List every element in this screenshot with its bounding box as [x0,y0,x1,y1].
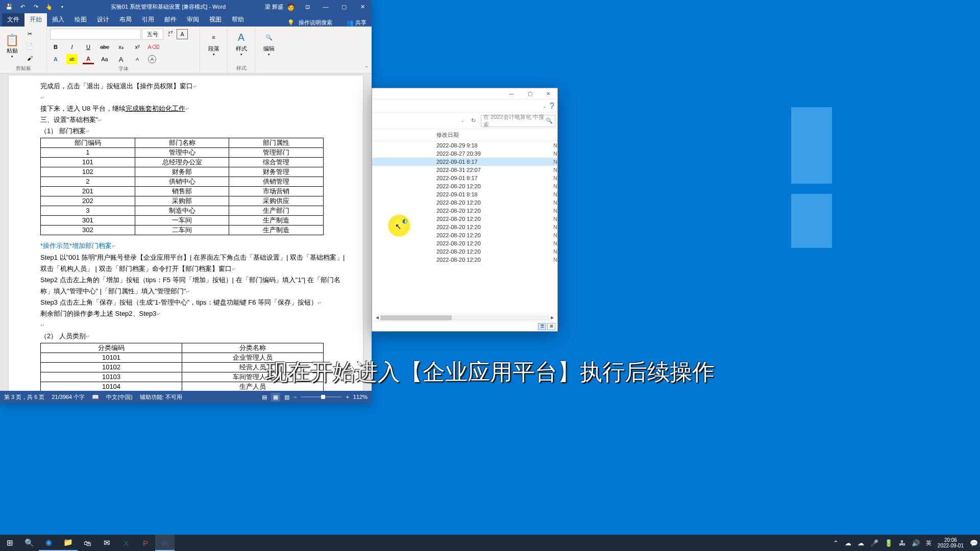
taskbar-mail[interactable]: ✉ [97,535,116,551]
font-name-input[interactable] [50,29,141,40]
zoom-slider[interactable] [301,396,341,397]
subscript-icon[interactable]: x₂ [115,42,127,52]
undo-icon[interactable]: ↶ [16,1,29,12]
change-case-icon[interactable]: Aa [99,54,110,64]
file-row[interactable]: 2022-08-20 12:20N [372,182,557,190]
ribbon-display-icon[interactable]: ⊡ [298,0,316,13]
tab-mailings[interactable]: 邮件 [159,13,182,27]
status-lang[interactable]: 中文(中国) [106,393,132,401]
tray-volume-icon[interactable]: 🔊 [912,539,920,547]
superscript-icon[interactable]: x² [132,42,143,52]
horizontal-scrollbar[interactable]: ◀ ▶ [374,314,555,321]
file-row[interactable]: 2022-08-31 22:07N [372,166,557,174]
tab-insert[interactable]: 插入 [47,13,69,27]
status-a11y[interactable]: 辅助功能: 不可用 [140,393,182,401]
tab-home[interactable]: 开始 [24,13,47,27]
grow-font-icon[interactable]: A [115,54,127,64]
taskbar-word[interactable]: W [155,535,175,551]
tray-expand-icon[interactable]: ⌃ [833,539,839,547]
view-print-icon[interactable]: ▦ [271,393,280,402]
file-row[interactable]: 2022-09-01 8:17N [372,174,557,182]
italic-icon[interactable]: I [66,42,78,52]
taskbar-excel[interactable]: X [116,535,136,551]
file-row[interactable]: 2022-08-29 9:18N [372,141,557,149]
styles-button[interactable]: A 样式 ▾ [231,29,252,58]
tray-battery-icon[interactable]: 🔋 [885,539,893,547]
file-row[interactable]: 2022-08-20 12:20N [372,239,557,247]
taskbar-powerpoint[interactable]: P [136,535,155,551]
file-row[interactable]: 2022-08-20 12:20N [372,256,557,264]
help-icon[interactable]: ? [550,102,554,111]
status-spell-icon[interactable]: 📖 [92,394,99,400]
tab-references[interactable]: 引用 [137,13,159,27]
minimize-icon[interactable]: — [502,88,521,99]
document-area[interactable]: 完成后，点击「退出」按钮退出【操作员权限】窗口 接下来，进入 U8 平台，继续完… [0,73,372,391]
tray-network-icon[interactable]: 🖧 [899,539,905,547]
maximize-icon[interactable]: ▢ [335,0,353,13]
collapse-ribbon-icon[interactable]: ⌃ [364,65,369,71]
start-button[interactable]: ⊞ [0,535,19,551]
tab-draw[interactable]: 绘图 [69,13,92,27]
paste-button[interactable]: 📋 粘贴 ▾ [3,33,21,60]
file-row[interactable]: 2022-09-01 8:18N [372,190,557,198]
zoom-percent[interactable]: 112% [353,394,368,400]
file-row[interactable]: 2022-08-27 20:39N [372,149,557,158]
file-row[interactable]: 2022-08-20 12:20N [372,247,557,256]
status-page[interactable]: 第 3 页，共 6 页 [4,393,44,401]
view-details-icon[interactable]: ☰ [538,323,546,330]
paragraph-button[interactable]: ≡ 段落 ▾ [203,29,224,58]
tab-review[interactable]: 审阅 [182,13,204,27]
tell-me-search[interactable]: 操作说明搜索 [299,19,332,27]
tab-help[interactable]: 帮助 [227,13,249,27]
enclose-char-icon[interactable]: A [148,55,156,63]
taskbar-store[interactable]: 🛍 [78,535,97,551]
copy-icon[interactable]: 📄 [24,41,35,51]
font-size-input[interactable] [142,29,163,40]
shrink-font-icon[interactable]: A [132,54,143,64]
tray-mic-icon[interactable]: 🎤 [870,539,878,547]
view-web-icon[interactable]: ▨ [284,394,289,400]
tray-clock[interactable]: 20:06 2022-09-01 [938,537,964,548]
editing-button[interactable]: 🔍 编辑 ▾ [258,29,280,58]
qat-more-icon[interactable]: ▾ [56,1,68,12]
taskbar-edge[interactable]: ◉ [39,535,58,551]
share-button[interactable]: 👥 共享 [347,19,366,27]
tray-notify-icon[interactable]: 💬 [970,539,978,547]
zoom-out-icon[interactable]: − [293,394,297,400]
zoom-in-icon[interactable]: + [346,394,349,400]
file-row[interactable]: 2022-08-20 12:20N [372,207,557,215]
tab-layout[interactable]: 布局 [114,13,137,27]
char-border-icon[interactable]: A [177,29,188,39]
close-icon[interactable]: ✕ [539,88,557,99]
file-row[interactable]: 2022-09-01 8:17N [372,158,557,166]
bold-icon[interactable]: B [50,42,61,52]
touch-icon[interactable]: 👆 [43,1,55,12]
ribbon-expand-icon[interactable]: ⌄ [543,104,547,109]
search-button[interactable]: 🔍 [19,535,39,551]
address-dropdown-icon[interactable]: ⌄ [459,116,466,126]
explorer-column-header[interactable]: 修改日期 [372,129,557,141]
taskbar-explorer[interactable]: 📁 [58,535,78,551]
status-words[interactable]: 21/3964 个字 [52,393,85,401]
redo-icon[interactable]: ↷ [30,1,42,12]
view-large-icon[interactable]: ⊞ [547,323,555,330]
font-color-icon[interactable]: A [83,54,94,64]
save-icon[interactable]: 💾 [3,1,15,12]
view-read-icon[interactable]: ▤ [262,394,267,400]
file-row[interactable]: 2022-08-20 12:20N [372,198,557,207]
tab-design[interactable]: 设计 [92,13,114,27]
tab-view[interactable]: 视图 [204,13,227,27]
strikethrough-icon[interactable]: abc [99,42,110,52]
cut-icon[interactable]: ✂ [24,29,35,39]
clear-format-icon[interactable]: A⌫ [148,42,159,52]
close-icon[interactable]: ✕ [353,0,372,13]
format-painter-icon[interactable]: 🖌 [24,53,35,63]
highlight-icon[interactable]: ab [66,54,78,64]
tray-weather-icon[interactable]: ☁ [857,539,864,547]
refresh-icon[interactable]: ↻ [468,117,479,124]
phonetic-guide-icon[interactable]: ㍐ [164,29,176,39]
tab-file[interactable]: 文件 [2,13,24,27]
maximize-icon[interactable]: ▢ [521,88,539,99]
minimize-icon[interactable]: — [316,0,335,13]
tray-ime[interactable]: 英 [926,539,932,547]
